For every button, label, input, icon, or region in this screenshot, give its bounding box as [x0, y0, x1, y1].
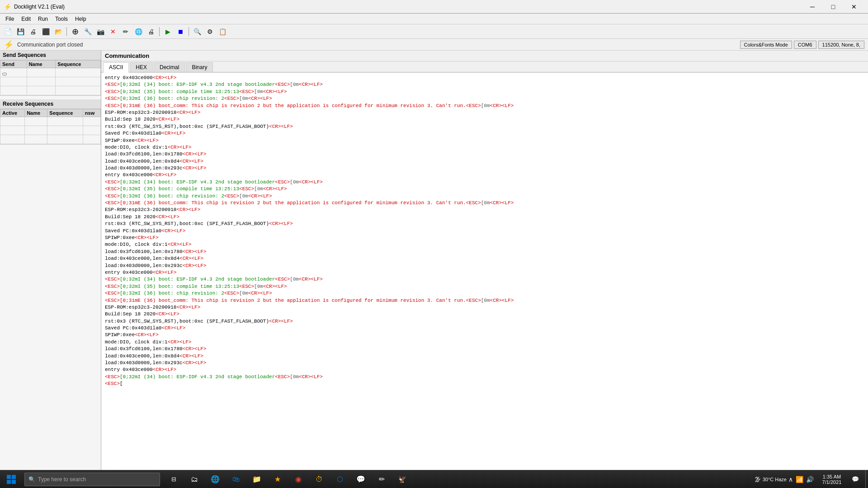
comm-line: Saved PC:0x403d1la0<CR><LF>	[105, 130, 864, 137]
system-clock[interactable]: 1:35 AM 7/1/2021	[818, 470, 845, 488]
recv-col-nsw: nsw	[83, 109, 100, 117]
comm-line: ESP-ROM:esp32c3-20200918<CR><LF>	[105, 109, 864, 116]
toolbar-open[interactable]: 📂	[52, 26, 64, 38]
minimize-button[interactable]: ─	[802, 0, 823, 14]
comm-line: <ESC>[0;32mI (34) boot: ESP-IDF v4.3 2nd…	[105, 374, 864, 380]
app-button2[interactable]: 🦅	[392, 470, 412, 488]
receive-sequences-section: Receive Sequences Active Name Sequence n…	[0, 99, 101, 145]
comm-output[interactable]: entry 0x403ce000<CR><LF> <ESC>[0;32mI (3…	[101, 73, 868, 470]
toolbar: 📄 💾 🖨 ⬛ 📂 ⊕ 🔧 📷 ✕ ✏ 🌐 🖨 ▶ ⏹ 🔍 ⚙ 📋	[0, 24, 868, 39]
port-status-text: Communication port closed	[17, 42, 83, 48]
toolbar-btn17[interactable]: 📋	[217, 26, 228, 38]
menu-tools[interactable]: Tools	[52, 15, 71, 23]
comm-line: <ESC>[0;32mI (35) boot: compile time 13:…	[105, 186, 864, 192]
comm-line: <ESC>[0;32mI (35) boot: compile time 13:…	[105, 283, 864, 290]
notifications-button[interactable]: 💬	[845, 470, 865, 488]
toolbar-btn16[interactable]: ⚙	[204, 26, 216, 38]
comm-line: load:0x403d0000,len:0x293c<CR><LF>	[105, 165, 864, 172]
comm-line: rst:0x3 (RTC_SW_SYS_RST),boot:0xc (SPI_F…	[105, 221, 864, 227]
toolbar-save[interactable]: 💾	[14, 26, 26, 38]
comm-line: load:0x3fcd6100,len:0x1780<CR><LF>	[105, 346, 864, 352]
receive-sequences-header: Receive Sequences	[0, 99, 101, 109]
comm-line: ESP-ROM:esp32c3-20200918<CR><LF>	[105, 206, 864, 213]
windows-logo	[7, 475, 16, 484]
status-left: ⚡ Communication port closed	[4, 40, 83, 50]
toolbar-btn12[interactable]: 🖨	[145, 26, 157, 38]
comm-line: SPIWP:0xee<CR><LF>	[105, 137, 864, 144]
status-right: Colors&Fonts Mode COM6 115200, None, 8,	[740, 41, 864, 49]
toolbar-btn6[interactable]: ⊕	[69, 26, 81, 38]
menu-file[interactable]: File	[2, 15, 18, 23]
taskbar-right: 🌫 30°C Haze ∧ 📶 🔊 1:35 AM 7/1/2021 💬	[750, 470, 868, 488]
toolbar-new[interactable]: 📄	[2, 26, 14, 38]
send-sequences-section: Send Sequences Send Name Sequence	[0, 51, 101, 96]
recv-col-name: Name	[25, 109, 47, 117]
colors-fonts-button[interactable]: Colors&Fonts Mode	[740, 41, 792, 49]
wifi-icon[interactable]: 📶	[795, 475, 804, 484]
show-desktop-button[interactable]	[865, 470, 868, 488]
taskbar-search-box[interactable]: 🔍 Type here to search	[24, 473, 160, 486]
taskbar: 🔍 Type here to search ⊟ 🗂 🌐 🛍 📁 ★ ◉ ⏱ ⬡ …	[0, 470, 868, 488]
menu-bar: File Edit Run Tools Help	[0, 14, 868, 24]
toolbar-btn7[interactable]: 🔧	[82, 26, 94, 38]
send-row-2	[0, 77, 101, 86]
comm-line: <ESC>[0;32mI (36) boot: chip revision: 2…	[105, 290, 864, 297]
comm-line: load:0x3fcd6100,len:0x1780<CR><LF>	[105, 151, 864, 158]
toolbar-btn8[interactable]: 📷	[94, 26, 106, 38]
store-button[interactable]: 🛍	[226, 470, 246, 488]
whatsapp-button[interactable]: 💬	[351, 470, 371, 488]
explorer-button2[interactable]: 📁	[247, 470, 267, 488]
start-button[interactable]	[0, 470, 23, 488]
menu-help[interactable]: Help	[71, 15, 90, 23]
pen-button[interactable]: ✏	[372, 470, 392, 488]
toolbar-btn11[interactable]: 🌐	[132, 26, 144, 38]
comm-line: Saved PC:0x403d1la0<CR><LF>	[105, 228, 864, 235]
toolbar-print[interactable]: 🖨	[27, 26, 39, 38]
toolbar-run[interactable]: ▶	[162, 26, 174, 38]
comm-line: Build:Sep 18 2020<CR><LF>	[105, 311, 864, 318]
fileexplorer-button[interactable]: 🗂	[184, 470, 204, 488]
chevron-up-icon[interactable]: ∧	[788, 475, 794, 484]
weather-text: 30°C Haze	[763, 477, 787, 482]
weather-icon[interactable]: 🌫	[754, 475, 762, 484]
recv-col-sequence: Sequence	[47, 109, 83, 117]
send-cell-btn	[0, 68, 27, 77]
toolbar-stop[interactable]: ⏹	[175, 26, 186, 38]
comm-line: <ESC>[0;32mI (34) boot: ESP-IDF v4.3 2nd…	[105, 276, 864, 283]
comm-line: <ESC>[0;31mE (36) boot_comm: This chip i…	[105, 297, 864, 304]
comm-line: Build:Sep 18 2020<CR><LF>	[105, 116, 864, 123]
comm-line: <ESC>[0;32mI (36) boot: chip revision: 2…	[105, 193, 864, 200]
edge-button[interactable]: 🌐	[205, 470, 225, 488]
comm-line: entry 0x403ce000<CR><LF>	[105, 269, 864, 276]
toolbar-btn9[interactable]: ✕	[107, 26, 119, 38]
comm-line: mode:DIO, clock div:1<CR><LF>	[105, 339, 864, 346]
maximize-button[interactable]: □	[823, 0, 844, 14]
tab-ascii[interactable]: ASCII	[103, 62, 129, 73]
toolbar-btn4[interactable]: ⬛	[40, 26, 52, 38]
recv-row-2	[0, 126, 101, 135]
send-cell-seq	[56, 68, 101, 77]
photos-button[interactable]: ★	[268, 470, 288, 488]
vscode-button[interactable]: ⬡	[330, 470, 350, 488]
toolbar-btn15[interactable]: 🔍	[191, 26, 203, 38]
comm-line: Build:Sep 18 2020<CR><LF>	[105, 214, 864, 221]
tab-hex[interactable]: HEX	[130, 62, 153, 72]
close-button[interactable]: ✕	[844, 0, 864, 14]
com-port-display: COM6	[794, 41, 816, 49]
taskview-button[interactable]: ⊟	[164, 470, 184, 488]
volume-icon[interactable]: 🔊	[805, 475, 815, 484]
app-icon: ⚡	[4, 3, 11, 10]
toolbar-btn10[interactable]: ✏	[120, 26, 132, 38]
timesnote-button[interactable]: ⏱	[309, 470, 329, 488]
receive-sequences-table: Active Name Sequence nsw	[0, 109, 101, 144]
comm-line: <ESC>[0;32mI (34) boot: ESP-IDF v4.3 2nd…	[105, 179, 864, 186]
chrome-button[interactable]: ◉	[288, 470, 308, 488]
comm-line: <ESC>[0;32mI (35) boot: compile time 13:…	[105, 89, 864, 95]
title-bar: ⚡ Docklight V2.1 (Eval) ─ □ ✕	[0, 0, 868, 14]
comm-line: Saved PC:0x403d1la0<CR><LF>	[105, 325, 864, 332]
menu-edit[interactable]: Edit	[18, 15, 34, 23]
tab-decimal[interactable]: Decimal	[154, 62, 185, 72]
menu-run[interactable]: Run	[34, 15, 52, 23]
tab-binary[interactable]: Binary	[186, 62, 213, 72]
comm-line: <ESC>[0;32mI (34) boot: ESP-IDF v4.3 2nd…	[105, 81, 864, 88]
